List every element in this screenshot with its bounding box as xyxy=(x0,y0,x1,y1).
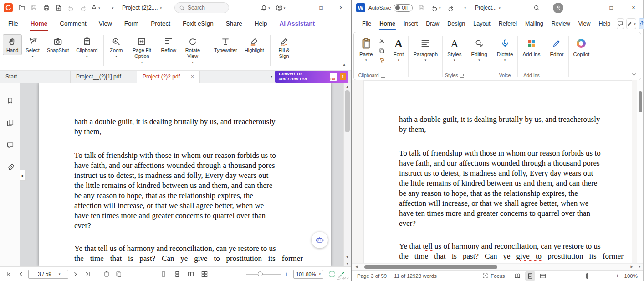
copilot-button[interactable]: Copilot xyxy=(570,34,593,58)
menu-form[interactable]: Form xyxy=(124,16,139,31)
editing-mode-button[interactable]: ▾ xyxy=(626,18,636,29)
zoom-out-button[interactable]: − xyxy=(555,272,562,279)
hscroll-right-icon[interactable]: ▶ xyxy=(631,265,633,269)
next-page-button[interactable] xyxy=(71,269,81,279)
highlight-button[interactable]: Highlight xyxy=(241,34,268,55)
scrollbar-thumb[interactable] xyxy=(345,90,350,132)
web-layout-button[interactable] xyxy=(538,271,548,281)
menu-file[interactable]: File xyxy=(8,16,18,31)
next-page-scroll-icon[interactable]: ▼ xyxy=(344,260,351,266)
panel-expand-arrow[interactable]: ▶ xyxy=(20,170,26,181)
menu-design[interactable]: Design xyxy=(443,16,469,32)
word-count-status[interactable]: 11 of 12923 words xyxy=(394,273,437,279)
print-button[interactable] xyxy=(41,2,52,14)
fill-sign-button[interactable]: Fill & Sign xyxy=(273,34,296,61)
paragraph-button[interactable]: Paragraph ▾ xyxy=(409,34,441,62)
paste-button[interactable]: Paste ▾ xyxy=(356,34,376,62)
zoom-level-value[interactable]: 100% xyxy=(624,273,638,279)
quick-tools-button[interactable]: ▾ xyxy=(90,2,101,14)
editing-button[interactable]: Editing ▾ xyxy=(467,34,491,62)
single-page-view-button[interactable] xyxy=(158,269,169,279)
customize-toolbar-button[interactable]: ▾ xyxy=(107,2,118,14)
dictate-button[interactable]: Dictate ▾ xyxy=(493,34,517,62)
reflow-button[interactable]: Reflow xyxy=(157,34,180,55)
menu-file[interactable]: File xyxy=(358,16,375,32)
search-input[interactable] xyxy=(188,5,220,11)
pdf-page[interactable]: hath a double guilt, it is dealing bruta… xyxy=(39,83,331,266)
search-box[interactable] xyxy=(174,2,229,13)
tab-project-2-2-active[interactable]: Project (2)2.pdf × xyxy=(137,71,200,83)
menu-draw[interactable]: Draw xyxy=(422,16,443,32)
word-page[interactable]: hath a double guilt, it is dealing bruta… xyxy=(363,80,632,263)
rotate-view-button[interactable]: Rotate View ▾ xyxy=(180,34,205,66)
select-tool-button[interactable]: Select ▾ xyxy=(22,34,43,60)
ai-assistant-fab[interactable] xyxy=(312,232,328,248)
undo-button[interactable]: ▾ xyxy=(430,2,442,14)
bookmarks-panel-icon[interactable] xyxy=(5,95,15,106)
close-button[interactable]: × xyxy=(624,0,643,16)
zoom-slider[interactable] xyxy=(565,276,611,276)
typewriter-button[interactable]: Typewriter xyxy=(210,34,241,55)
tab-start[interactable]: Start xyxy=(0,71,71,83)
fit-page-button[interactable] xyxy=(327,269,337,279)
redo-button[interactable] xyxy=(445,2,456,14)
menu-comment[interactable]: Comment xyxy=(60,16,87,31)
save-button[interactable] xyxy=(28,2,40,14)
hscroll-left-icon[interactable]: ◀ xyxy=(355,265,358,269)
menu-view[interactable]: View xyxy=(99,16,112,31)
zoom-level-box[interactable]: 101.80% ▾ xyxy=(293,270,323,279)
more-commands-button[interactable]: ▾ xyxy=(460,2,471,14)
scrollbar-thumb[interactable] xyxy=(639,91,642,112)
dialog-launcher-icon[interactable] xyxy=(381,73,385,78)
notifications-button[interactable]: ▾ xyxy=(260,2,271,14)
zoom-out-button[interactable]: − xyxy=(238,271,244,277)
zoom-slider-knob[interactable] xyxy=(258,271,263,276)
menu-layout[interactable]: Layout xyxy=(469,16,495,32)
scroll-up-icon[interactable]: ▲ xyxy=(344,83,351,89)
tab-project-2-1[interactable]: Project__(2)[1].pdf xyxy=(71,71,137,83)
first-page-button[interactable] xyxy=(4,269,14,279)
vertical-scrollbar[interactable] xyxy=(637,80,643,263)
zoom-slider-knob[interactable] xyxy=(586,273,588,279)
comments-button[interactable] xyxy=(617,18,624,29)
hscrollbar-thumb[interactable] xyxy=(364,265,497,269)
zoom-in-button[interactable]: + xyxy=(614,272,621,279)
convert-pdf-banner[interactable]: Convert To and From PDF PDF 1 xyxy=(275,71,348,83)
horizontal-scrollbar[interactable]: ◀ ▶ ▼ xyxy=(352,263,643,270)
caret-down-icon[interactable]: ▾ xyxy=(59,272,61,276)
zoom-slider[interactable] xyxy=(246,274,281,275)
snapshot-status-button[interactable] xyxy=(102,269,112,279)
last-page-button[interactable] xyxy=(83,269,93,279)
account-avatar[interactable] xyxy=(553,3,563,13)
page-fit-option-button[interactable]: Page Fit Option ▾ xyxy=(126,34,157,66)
account-button[interactable]: ▾ xyxy=(275,2,286,14)
snapshot-button[interactable]: SnapShot xyxy=(43,34,72,55)
save-button[interactable] xyxy=(416,2,427,14)
read-mode-button[interactable] xyxy=(512,271,522,281)
font-button[interactable]: A Font ▾ xyxy=(389,34,407,62)
cut-button[interactable] xyxy=(378,37,386,44)
menu-insert[interactable]: Insert xyxy=(399,16,422,32)
continuous-facing-view-button[interactable] xyxy=(199,269,210,279)
print-layout-button[interactable] xyxy=(525,271,535,281)
comments-panel-icon[interactable] xyxy=(5,140,15,151)
continuous-view-button[interactable] xyxy=(172,269,182,279)
scroll-down-icon[interactable]: ▼ xyxy=(344,254,351,260)
zoom-button[interactable]: Zoom ▾ xyxy=(106,34,126,60)
hand-tool-button[interactable]: Hand xyxy=(3,34,22,55)
format-painter-button[interactable] xyxy=(378,57,386,64)
pages-panel-icon[interactable] xyxy=(5,117,15,128)
document-title-menu[interactable]: Project... ▾ xyxy=(475,5,501,11)
menu-mailings[interactable]: Mailing xyxy=(521,16,547,32)
styles-button[interactable]: A Styles ▾ xyxy=(444,34,465,62)
search-button[interactable] xyxy=(531,2,542,14)
editor-button[interactable]: Editor xyxy=(546,34,567,58)
menu-protect[interactable]: Protect xyxy=(151,16,170,31)
vscroll-down-icon[interactable]: ▼ xyxy=(638,265,641,268)
page-number-input[interactable] xyxy=(31,271,59,277)
document-title-menu[interactable]: Project (2)2.... ▾ xyxy=(122,5,162,11)
menu-help[interactable]: Help xyxy=(255,16,267,31)
menu-home[interactable]: Home xyxy=(375,16,399,32)
copy-button[interactable] xyxy=(378,47,386,54)
zoom-in-button[interactable]: + xyxy=(283,271,290,277)
